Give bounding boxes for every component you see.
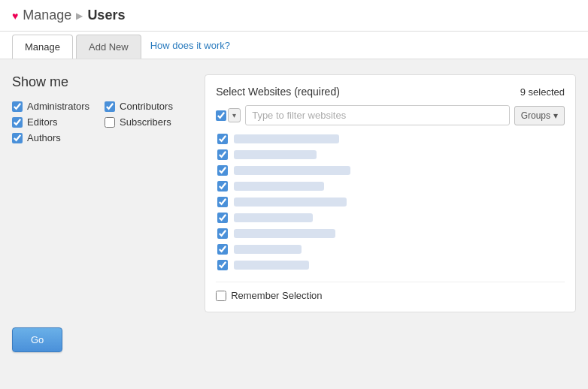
checkbox-row-administrators: Administrators [12,101,89,112]
breadcrumb-arrow-icon: ▶ [76,11,83,21]
tab-manage[interactable]: Manage [12,35,73,59]
website-name-5 [234,198,347,207]
website-name-3 [234,166,350,175]
website-checkbox-6[interactable] [217,213,228,223]
checkbox-administrators[interactable] [12,101,23,112]
website-checkbox-4[interactable] [217,181,228,191]
label-administrators[interactable]: Administrators [27,101,89,112]
checkbox-editors[interactable] [12,117,23,128]
select-websites-panel: Select Websites (required) 9 selected ▾ … [205,74,576,312]
checkbox-row-subscribers: Subscribers [105,116,182,128]
groups-chevron-icon: ▾ [553,110,558,121]
how-does-it-work-link[interactable]: How does it work? [150,40,230,51]
filter-websites-input[interactable] [245,105,509,125]
website-checkbox-1[interactable] [217,134,228,144]
remember-selection-label[interactable]: Remember Selection [231,290,322,301]
website-checkbox-7[interactable] [217,228,228,239]
website-checkbox-9[interactable] [217,260,228,270]
website-name-8 [234,245,302,254]
page-header: ♥ Manage ▶ Users [0,0,588,32]
website-checkbox-8[interactable] [217,244,228,255]
website-name-1 [234,134,339,143]
breadcrumb: ♥ Manage ▶ Users [12,8,125,23]
select-all-checkbox[interactable] [216,110,226,121]
list-item [216,179,565,194]
groups-label: Groups [521,110,550,121]
list-item [216,242,565,257]
website-list [216,131,565,273]
remember-selection-checkbox[interactable] [216,291,226,301]
go-button[interactable]: Go [12,327,62,352]
list-item [216,210,565,225]
select-all-dropdown-btn[interactable]: ▾ [228,108,241,122]
tab-add-new[interactable]: Add New [76,35,141,59]
label-authors[interactable]: Authors [27,132,61,143]
filter-row: ▾ Groups ▾ [216,105,565,125]
label-editors[interactable]: Editors [27,116,57,128]
list-item [216,163,565,178]
list-item [216,258,565,273]
checkbox-row-authors: Authors [12,132,89,143]
left-panel: Show me Administrators Contributors Edit… [12,74,182,143]
website-checkbox-3[interactable] [217,165,228,176]
breadcrumb-manage: Manage [23,8,71,23]
remember-selection-row: Remember Selection [216,282,565,301]
tabs-bar: Manage Add New How does it work? [0,32,588,59]
website-name-9 [234,261,309,270]
heart-icon: ♥ [12,10,18,22]
website-name-2 [234,150,317,159]
main-content: Show me Administrators Contributors Edit… [0,59,588,327]
go-section: Go [0,327,588,364]
list-item [216,226,565,241]
label-subscribers[interactable]: Subscribers [120,116,171,128]
list-item [216,131,565,146]
groups-dropdown-btn[interactable]: Groups ▾ [514,106,565,125]
checkbox-contributors[interactable] [105,101,115,112]
selected-count: 9 selected [520,86,565,98]
website-checkbox-5[interactable] [217,197,228,207]
website-name-4 [234,182,324,191]
checkbox-row-editors: Editors [12,116,89,128]
list-item [216,194,565,210]
checkbox-subscribers[interactable] [105,117,115,128]
label-contributors[interactable]: Contributors [120,101,173,112]
checkboxes-grid: Administrators Contributors Editors Subs… [12,101,182,143]
websites-title: Select Websites (required) [216,86,340,98]
select-all-group: ▾ [216,108,241,122]
websites-header: Select Websites (required) 9 selected [216,86,565,98]
list-item [216,147,565,162]
website-checkbox-2[interactable] [217,149,228,160]
checkbox-authors[interactable] [12,133,23,143]
checkbox-row-contributors: Contributors [105,101,182,112]
show-me-title: Show me [12,74,182,90]
breadcrumb-users: Users [87,8,125,23]
website-name-6 [234,213,313,222]
website-name-7 [234,229,335,238]
